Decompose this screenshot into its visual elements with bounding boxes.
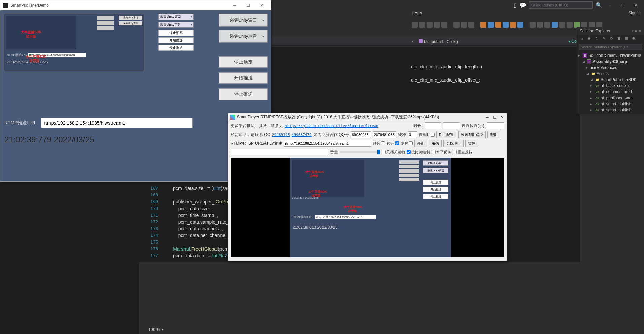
minimize-button[interactable]: ─ — [486, 115, 489, 120]
capture-video-dropdown[interactable]: 采集Unity窗口▾ — [219, 14, 268, 27]
zoom-level[interactable]: 100 %▾ — [148, 326, 163, 333]
tree-item[interactable]: ▸C#nt_smart_publish — [578, 107, 643, 113]
biz-qq-input-1[interactable] — [351, 131, 371, 138]
toolbar-icon[interactable] — [567, 22, 573, 28]
toolbar-icon[interactable] — [559, 22, 565, 28]
stop-push-button[interactable]: 停止推送 — [219, 88, 268, 100]
toolbar-icon[interactable] — [441, 22, 447, 28]
sign-in-link[interactable]: Sign in — [628, 11, 641, 15]
mini-stop-push-button[interactable]: 停止推送 — [158, 45, 194, 51]
mini-start-push-button[interactable]: 开始推送 — [158, 37, 194, 43]
toolbar-icon[interactable] — [480, 22, 486, 28]
close-button[interactable]: ✕ — [501, 115, 504, 120]
help-menu[interactable]: HELP — [412, 12, 422, 16]
solution-explorer-panel: Solution Explorer ▾▣✕ ⌂ ◉ ↻ ✎ ⟳ ⊟ ▦ ⚙ ▸▦… — [577, 27, 644, 114]
toolbar-icon[interactable] — [412, 22, 418, 28]
solution-tree[interactable]: ▸▦Solution 'SmartU3dWinPublis◢C#Assembly… — [577, 51, 644, 114]
minimize-button[interactable]: ─ — [228, 1, 241, 10]
hw-decode-checkbox[interactable]: 硬解 — [401, 141, 413, 146]
toolbar-icon[interactable] — [461, 22, 467, 28]
tree-item[interactable]: ◢📁SmartPublisherSDK — [578, 77, 643, 83]
github-link[interactable]: https://github.com/daniulive/SmarterStre… — [285, 124, 378, 128]
tree-item[interactable]: ▸C#nt_common_med — [578, 89, 643, 95]
start-push-button[interactable]: 开始推送 — [219, 72, 268, 84]
maximize-button[interactable]: ☐ — [618, 1, 628, 9]
fast-open-checkbox[interactable]: 秒开 — [387, 141, 399, 146]
rtsp-config-button[interactable]: Rtsp配置 — [436, 131, 457, 138]
toolbar-icon[interactable] — [530, 22, 536, 28]
vs-feedback-icon[interactable]: 💬 — [519, 2, 526, 8]
tree-item[interactable]: ▸C#nt_base_code_d — [578, 83, 643, 89]
maximize-button[interactable]: ☐ — [493, 115, 497, 120]
back-icon[interactable]: ◉ — [586, 36, 592, 42]
tree-item[interactable]: ▸C#nt_publisher_wra — [578, 95, 643, 101]
player-url-input[interactable] — [284, 140, 371, 147]
close-icon[interactable]: ✕ — [639, 29, 641, 33]
rtmp-url-input[interactable] — [41, 118, 193, 128]
home-icon[interactable]: ⌂ — [579, 36, 584, 42]
toolbar-icon[interactable] — [427, 22, 433, 28]
toolbar-icon[interactable] — [510, 22, 516, 28]
solution-search-input[interactable] — [579, 44, 642, 50]
toolbar-icon[interactable] — [419, 22, 425, 28]
mini-video-dropdown[interactable]: 采集Unity窗口▾ — [158, 14, 194, 20]
nested-btn — [97, 16, 114, 20]
mini-audio-dropdown[interactable]: 采集Unity声音▾ — [158, 22, 194, 28]
tree-item[interactable]: ◢📁Assets — [578, 71, 643, 77]
position-input[interactable] — [487, 122, 504, 129]
close-button[interactable]: ✕ — [255, 1, 268, 10]
duration-input2[interactable] — [443, 122, 460, 129]
toolbar-icon[interactable] — [434, 22, 440, 28]
go-button[interactable]: ◂ Go — [568, 39, 577, 44]
keyframe-only-checkbox[interactable]: 只播关键帧 — [382, 150, 405, 155]
low-delay-checkbox[interactable]: 低延时 — [419, 132, 435, 137]
tool-icon[interactable]: ✎ — [601, 36, 607, 42]
tree-item[interactable]: ◢C#Assembly-CSharp — [578, 59, 643, 65]
preview-thumbnail: 大牛直播SDK 试用版 采集Unity窗口 采集Unity声音 RTMP推送UR… — [4, 14, 144, 71]
mini-stop-preview-button[interactable]: 停止预览 — [158, 30, 194, 36]
toolbar-icon[interactable] — [537, 22, 543, 28]
stop-preview-button[interactable]: 停止预览 — [219, 56, 268, 68]
maximize-button[interactable]: ☐ — [241, 1, 255, 10]
toolbar-icon[interactable] — [503, 22, 509, 28]
toolbar-icon[interactable] — [495, 22, 501, 28]
buffer-input[interactable] — [408, 131, 417, 138]
record-button[interactable]: 录像 — [429, 140, 442, 147]
toolbar-icon[interactable] — [468, 22, 474, 28]
sync-icon[interactable]: ↻ — [594, 36, 599, 42]
screenshot-button[interactable]: 截图 — [487, 131, 500, 138]
properties-icon[interactable]: ⚙ — [631, 36, 636, 42]
toolbar-icon[interactable] — [488, 22, 494, 28]
quick-launch-input[interactable] — [529, 1, 593, 9]
screenshot-path-button[interactable]: 设置截图路径 — [458, 131, 486, 138]
tree-item[interactable]: ▸C#nt_smart_publish — [578, 101, 643, 107]
stop-button[interactable]: 停止 — [414, 140, 427, 147]
refresh-icon[interactable]: ⟳ — [609, 36, 614, 42]
qq-link-1[interactable]: 29489145 — [272, 133, 290, 137]
switch-url-button[interactable]: 切换地址 — [443, 140, 464, 147]
volume-slider[interactable] — [340, 151, 380, 153]
duration-input[interactable] — [425, 122, 441, 129]
qq-link-2[interactable]: 499687479 — [292, 133, 312, 137]
tree-item[interactable]: ▸■■References — [578, 65, 643, 71]
capture-audio-dropdown[interactable]: 采集Unity声音▾ — [219, 30, 268, 43]
pin-icon[interactable]: ▣ — [635, 29, 638, 33]
toolbar-icon[interactable] — [517, 22, 523, 28]
vs-telemetry-icon[interactable]: ▯ — [514, 2, 517, 8]
vertical-flip-checkbox[interactable]: 垂直反转 — [453, 150, 472, 155]
tree-item[interactable]: ▸▦Solution 'SmartU3dWinPublis — [578, 52, 643, 59]
dropdown-icon[interactable]: ▾ — [632, 29, 634, 33]
close-button[interactable]: ✕ — [631, 1, 641, 9]
collapse-icon[interactable]: ⊟ — [616, 36, 621, 42]
horizontal-flip-checkbox[interactable]: 水平反转 — [432, 150, 451, 155]
toolbar-icon[interactable] — [544, 22, 550, 28]
minimize-button[interactable]: ─ — [605, 1, 615, 9]
biz-qq-input-2[interactable] — [373, 131, 396, 138]
showall-icon[interactable]: ▦ — [623, 36, 629, 42]
mute-checkbox[interactable]: 静音 — [373, 141, 385, 146]
pause-button[interactable]: 暂停 — [465, 140, 478, 147]
toolbar-icon[interactable] — [552, 22, 558, 28]
toolbar-icon[interactable] — [453, 22, 460, 28]
text-input[interactable] — [231, 149, 328, 155]
aspect-ratio-checkbox[interactable]: 按比例绘制 — [407, 150, 430, 155]
